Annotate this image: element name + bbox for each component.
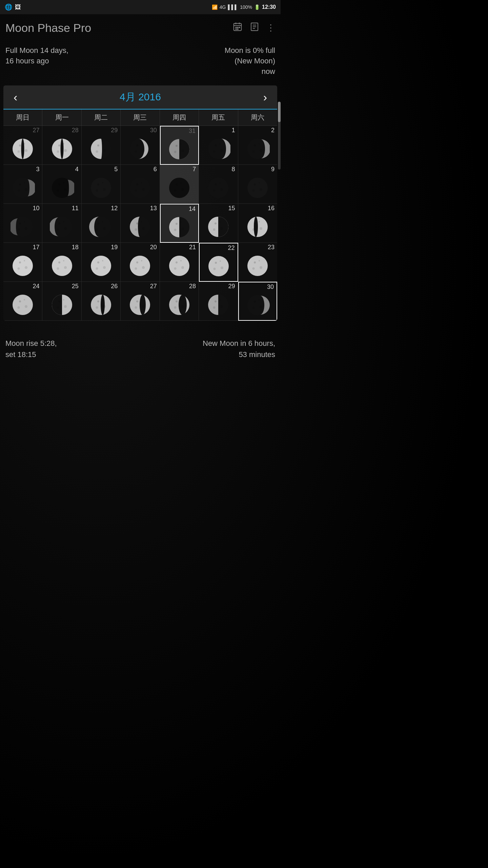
cal-cell-1-0[interactable]: 3 (3, 165, 42, 204)
moon-container (82, 250, 120, 281)
svg-point-183 (174, 307, 176, 309)
cal-cell-1-3[interactable]: 6 (121, 165, 160, 204)
calendar-icon[interactable] (232, 22, 243, 34)
svg-point-28 (102, 143, 103, 144)
cal-cell-4-2[interactable]: 26 (82, 282, 121, 321)
svg-point-165 (57, 307, 59, 309)
cal-cell-4-1[interactable]: 25 (42, 282, 81, 321)
svg-point-29 (96, 151, 98, 153)
cal-cell-3-1[interactable]: 18 (42, 243, 81, 282)
moon-container (121, 250, 159, 281)
moon-phase-icon (167, 254, 191, 278)
svg-point-58 (63, 182, 64, 183)
moon-container (238, 133, 277, 164)
cal-date: 4 (75, 165, 81, 172)
svg-point-151 (247, 256, 268, 276)
cal-cell-4-0[interactable]: 24 (3, 282, 42, 321)
svg-point-181 (181, 305, 184, 308)
cal-cell-0-0[interactable]: 27 (3, 126, 42, 165)
cal-cell-1-4[interactable]: 7 (160, 165, 199, 204)
cal-cell-2-6[interactable]: 16 (238, 204, 277, 243)
svg-point-88 (24, 221, 25, 222)
cal-cell-2-0[interactable]: 10 (3, 204, 42, 243)
cal-cell-3-5[interactable]: 22 (199, 243, 238, 282)
cal-cell-3-3[interactable]: 20 (121, 243, 160, 282)
svg-point-49 (252, 151, 255, 153)
svg-point-192 (259, 299, 260, 301)
svg-point-61 (97, 183, 99, 185)
cal-cell-1-5[interactable]: 8 (199, 165, 238, 204)
moon-container (82, 172, 120, 203)
cal-cell-1-6[interactable]: 9 (238, 165, 277, 204)
more-menu-icon[interactable]: ⋮ (266, 23, 275, 33)
svg-point-122 (19, 261, 21, 263)
cal-cell-0-3[interactable]: 30 (121, 126, 160, 165)
svg-point-154 (259, 260, 260, 261)
cal-date: 8 (232, 165, 238, 172)
svg-point-43 (219, 143, 221, 144)
new-moon-line2: 53 minutes (203, 349, 275, 360)
cal-cell-3-6[interactable]: 23 (238, 243, 277, 282)
cal-date: 19 (111, 243, 120, 250)
cal-date: 5 (114, 165, 120, 172)
moon-container (42, 250, 81, 281)
cal-date: 18 (72, 243, 81, 250)
svg-rect-8 (237, 28, 239, 30)
svg-point-174 (136, 300, 138, 302)
moon-container (161, 134, 198, 164)
scrollbar-track[interactable] (278, 102, 281, 170)
prev-month-button[interactable]: ‹ (10, 91, 21, 104)
cal-cell-3-2[interactable]: 19 (82, 243, 121, 282)
svg-point-72 (181, 188, 184, 191)
cal-cell-0-6[interactable]: 2 (238, 126, 277, 165)
cal-cell-1-1[interactable]: 4 (42, 165, 81, 204)
svg-point-137 (136, 261, 138, 263)
moon-rise-label: Moon rise 5:28, (5, 338, 57, 349)
signal-strength: 4G (220, 4, 226, 10)
cal-cell-0-1[interactable]: 28 (42, 126, 81, 165)
svg-point-157 (19, 300, 21, 302)
svg-point-44 (213, 151, 216, 153)
dow-sat: 周六 (238, 110, 277, 125)
moon-container (199, 289, 238, 320)
svg-point-66 (136, 183, 138, 185)
moon-container (160, 289, 199, 320)
moon-phase-icon (50, 254, 74, 278)
cal-cell-3-4[interactable]: 21 (160, 243, 199, 282)
cal-cell-3-0[interactable]: 17 (3, 243, 42, 282)
cal-cell-4-5[interactable]: 29 (199, 282, 238, 321)
cal-cell-2-1[interactable]: 11 (42, 204, 81, 243)
moon-container (3, 289, 42, 320)
svg-point-158 (25, 305, 27, 308)
cal-cell-4-4[interactable]: 28 (160, 282, 199, 321)
svg-point-83 (259, 182, 260, 183)
app-icon-1: 🌐 (5, 3, 12, 11)
moon-phase-icon (89, 254, 113, 278)
svg-point-47 (260, 149, 262, 152)
svg-point-193 (252, 307, 255, 309)
cal-cell-4-3[interactable]: 27 (121, 282, 160, 321)
svg-point-84 (252, 190, 255, 192)
cal-cell-1-2[interactable]: 5 (82, 165, 121, 204)
moon-phase-icon (167, 293, 191, 317)
svg-point-138 (142, 266, 145, 269)
cal-cell-2-4[interactable]: 14 (160, 204, 199, 243)
svg-point-168 (97, 300, 99, 302)
cal-cell-0-4[interactable]: 31 (160, 126, 199, 165)
cal-cell-4-6[interactable]: 30 (238, 282, 277, 321)
info-icon[interactable] (249, 22, 260, 34)
svg-point-15 (19, 144, 21, 146)
cal-cell-2-3[interactable]: 13 (121, 204, 160, 243)
cal-cell-0-2[interactable]: 29 (82, 126, 121, 165)
cal-cell-2-2[interactable]: 12 (82, 204, 121, 243)
svg-point-156 (13, 295, 33, 315)
svg-point-118 (260, 227, 262, 230)
moon-phase-icon (50, 176, 74, 200)
moon-phase-line1: Moon is 0% full (225, 45, 275, 56)
moon-container (238, 211, 277, 242)
cal-cell-2-5[interactable]: 15 (199, 204, 238, 243)
next-month-button[interactable]: › (260, 91, 270, 104)
svg-point-23 (63, 143, 64, 144)
cal-cell-0-5[interactable]: 1 (199, 126, 238, 165)
svg-point-75 (208, 178, 228, 198)
